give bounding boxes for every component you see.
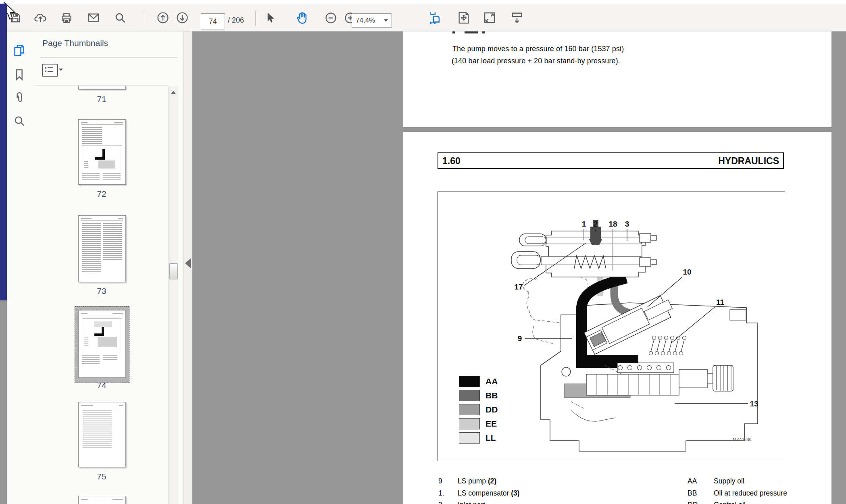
part-num: 2 [438,501,442,504]
window-top-strip [0,0,846,4]
fluid-desc: Control oil [714,501,746,504]
page-down-icon [176,11,189,24]
thumbnail-options-button[interactable] [42,64,58,77]
next-page-button[interactable] [173,8,191,27]
bookmark-icon [13,68,26,81]
body-text-line-2: (140 bar load pressure + 20 bar stand-by… [452,57,620,65]
scrollbar-thumb[interactable] [169,263,178,279]
toolbar-separator [142,11,142,25]
hide-toolbar-button[interactable] [508,8,526,27]
legend-label-EE: EE [486,419,497,429]
search-icon [13,115,26,127]
upload-button[interactable] [31,8,49,27]
collapse-panel-arrow[interactable] [185,258,191,269]
thumbnail-page-73[interactable] [78,215,126,282]
attachments-nav-button[interactable] [12,90,27,105]
part-name: Inlet port [458,501,485,504]
panel-title: Page Thumbnails [42,38,108,48]
legend-label-LL: LL [486,433,496,443]
previous-page-button[interactable] [154,8,172,27]
left-blue-strip [0,4,7,300]
document-page-74: 1.60 HYDRAULICS [403,132,831,504]
part-num: 1. [438,489,444,498]
page-up-icon [156,11,169,24]
page-count-label: / 206 [228,16,244,25]
page-thumbnails-panel: Page Thumbnails 71 [31,31,183,504]
body-text-line-1: The pump moves to a pressure of 160 bar … [452,45,624,53]
zoom-level-dropdown[interactable]: 74,4% [352,13,392,28]
thumbnail-label-74: 74 [78,381,125,390]
printer-icon [60,11,73,24]
thumbnail-page-72[interactable] [78,119,126,185]
page-thumbnails-nav-button[interactable] [12,43,27,58]
legend-swatch-LL [459,432,480,444]
fit-width-icon [428,11,442,25]
thumbnail-selection-74[interactable] [75,306,129,383]
section-header-box: 1.60 HYDRAULICS [438,152,784,169]
legend-swatch-DD [459,404,480,415]
search-button[interactable] [111,8,129,27]
navigation-pane-buttons [7,31,32,504]
panel-divider [40,57,177,58]
callout-1: 1 [582,220,586,228]
document-page-73: The pump moves to a pressure of 160 bar … [403,31,831,127]
fit-width-button[interactable] [426,8,444,27]
thumbnail-page-71[interactable] [78,86,126,90]
thumbnail-label-75: 75 [78,472,125,481]
fluid-code: DD [688,501,698,504]
page-thumbnails-icon [13,44,26,57]
thumbnail-page-74[interactable] [78,310,126,378]
email-button[interactable] [85,8,102,27]
select-tool-button[interactable] [261,8,279,27]
fit-page-button[interactable] [455,8,473,27]
thumbnail-label-71: 71 [78,94,125,104]
application-window: / 206 74,4% [0,0,846,504]
toolbar-separator [255,11,256,25]
zoom-level-value: 74,4% [356,17,375,25]
part-num: 9 [438,477,442,485]
callout-11: 11 [716,298,725,306]
callout-3: 3 [625,220,629,228]
callout-18: 18 [608,220,617,228]
chevron-down-icon [384,19,388,22]
legend-swatch-EE [459,418,480,429]
zoom-out-icon [325,12,337,24]
actual-size-icon [483,11,496,25]
section-number: 1.60 [442,156,461,167]
legend-swatch-BB [459,390,480,401]
zoom-out-button[interactable] [322,8,340,27]
figure-box: 1 2 18 3 17 10 11 9 13 AA BB [438,192,785,461]
callout-13: 13 [750,400,758,408]
legend-label-AA: AA [486,377,498,386]
legend-swatch-AA [459,376,480,387]
hand-tool-button[interactable] [294,8,311,27]
thumbnail-page-76[interactable] [78,496,126,504]
pointer-icon [264,12,276,24]
fluid-code: BB [688,489,697,498]
fluid-code: AA [688,477,697,485]
thumbnail-label-72: 72 [78,189,125,199]
chevron-down-icon [59,69,63,71]
thumbnail-scrollbar[interactable] [168,86,178,504]
print-button[interactable] [58,8,75,27]
legend-label-DD: DD [486,405,498,414]
cloud-upload-icon [34,11,47,24]
legend-label-BB: BB [486,391,498,400]
actual-size-button[interactable] [481,8,498,27]
fit-page-icon [457,11,471,25]
page-number-input[interactable] [201,13,225,29]
part-name: LS pump (2) [458,477,496,485]
fluid-desc: Oil at reduced pressure [714,489,787,498]
thumbnail-page-75[interactable] [78,402,126,467]
bookmarks-nav-button[interactable] [12,67,27,82]
fluid-desc: Supply oil [714,477,744,485]
search-icon [114,11,127,24]
scroll-up-arrow-icon[interactable] [171,91,176,94]
search-nav-button[interactable] [12,113,27,129]
hand-icon [295,10,310,25]
callout-17: 17 [514,283,523,291]
envelope-icon [87,11,100,24]
figure-code: MZ40030 [733,437,751,442]
section-title: HYDRAULICS [718,156,779,167]
callout-2: 2 [594,220,598,228]
